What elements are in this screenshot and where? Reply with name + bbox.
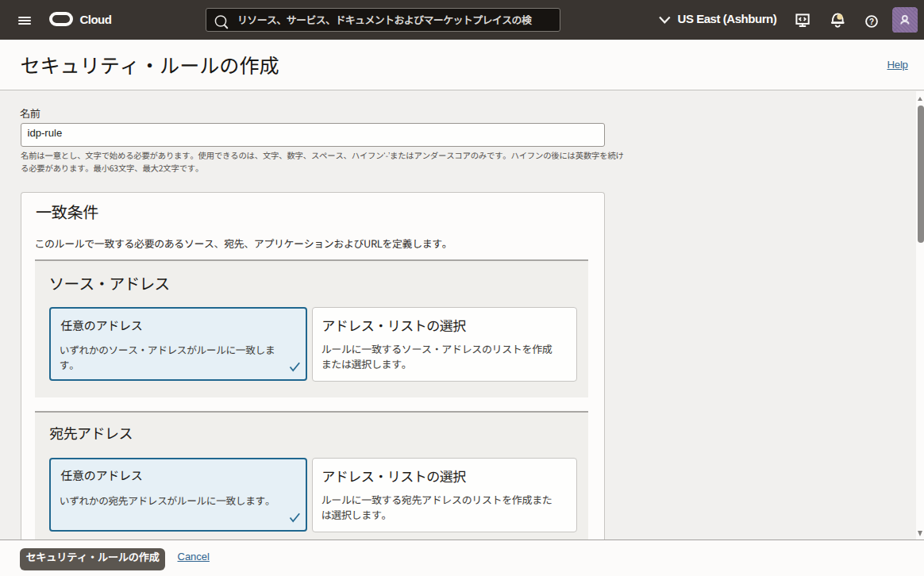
svg-text:?: ?	[869, 17, 874, 25]
